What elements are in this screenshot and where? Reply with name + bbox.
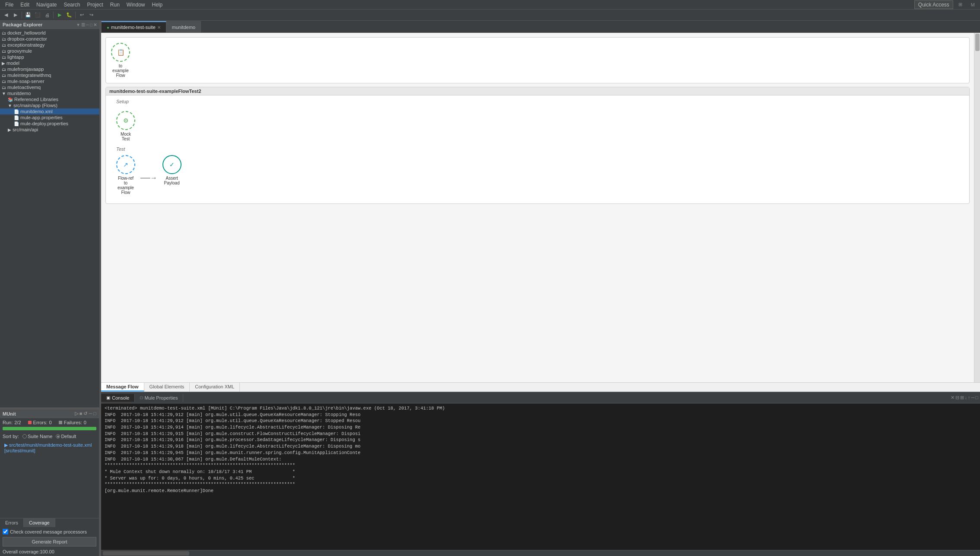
console-tab-bar: ▣ Console □ Mule Properties ✕ ⊟ ⊞ ↓ ↑ ─ … xyxy=(101,392,980,403)
munit-icon-1[interactable]: ▷ xyxy=(75,411,78,416)
minimize-icon[interactable]: ─ xyxy=(86,22,89,27)
maximize-icon[interactable]: □ xyxy=(90,22,92,27)
main-layout: Package Explorer ▼ ☰ ─ □ ✕ 🗂docker_hello… xyxy=(0,21,980,556)
tab-errors[interactable]: Errors xyxy=(0,518,24,527)
tab-close-1[interactable]: ✕ xyxy=(157,25,161,30)
radio-suite-name[interactable]: Suite Name xyxy=(22,434,52,439)
console-icon-2[interactable]: ⊟ xyxy=(955,395,959,400)
sort-row: Sort by: Suite Name Default xyxy=(3,434,96,439)
menu-edit[interactable]: Edit xyxy=(17,1,33,9)
munit-icon-minimize[interactable]: ─ xyxy=(89,411,92,416)
console-icon-7[interactable]: □ xyxy=(975,395,978,400)
diagram-tab-message-flow[interactable]: Message Flow xyxy=(101,383,144,391)
tree-item[interactable]: ▶model xyxy=(0,60,99,66)
collapse-icon[interactable]: ▼ xyxy=(76,22,80,27)
console-tab-mule-properties[interactable]: □ Mule Properties xyxy=(135,394,183,402)
diagram-tab-configuration-xml[interactable]: Configuration XML xyxy=(190,383,240,391)
tree-item[interactable]: ▼munitdemo xyxy=(0,90,99,96)
errors-coverage-content: Check covered message processors Generat… xyxy=(0,527,99,556)
toolbar: ◀ ▶ 💾 ⬛ 🖨 ▶ 🐛 ↩ ↪ xyxy=(0,10,980,21)
toolbar-save[interactable]: 💾 xyxy=(24,11,32,19)
node-flow-ref: ↗ Flow-reftoexampleFlow xyxy=(116,155,135,195)
tab-coverage[interactable]: Coverage xyxy=(24,518,55,527)
console-icon-3[interactable]: ⊞ xyxy=(960,395,964,400)
console-icon-5[interactable]: ↑ xyxy=(968,395,970,400)
tree-item[interactable]: 📄mule-app.properties xyxy=(0,114,99,121)
menu-icon[interactable]: ☰ xyxy=(81,22,85,27)
tree-item[interactable]: 🗂muleintegratewithmq xyxy=(0,72,99,78)
package-explorer-panel: Package Explorer ▼ ☰ ─ □ ✕ 🗂docker_hello… xyxy=(0,21,99,407)
diagram-scroll: 📋 toexampleFlow munitdemo-test-suite xyxy=(101,33,980,382)
tree-item[interactable]: 🗂muletoactivemq xyxy=(0,84,99,90)
generate-report-button[interactable]: Generate Report xyxy=(3,537,96,546)
tree-item[interactable]: 🗂mule-soap-server xyxy=(0,78,99,84)
toolbar-run[interactable]: ▶ xyxy=(55,11,64,19)
menu-run[interactable]: Run xyxy=(107,1,123,9)
menu-navigate[interactable]: Navigate xyxy=(33,1,60,9)
tree-item[interactable]: 📚Referenced Libraries xyxy=(0,96,99,102)
diagram-tab-global-elements[interactable]: Global Elements xyxy=(144,383,190,391)
toolbar-save-all[interactable]: ⬛ xyxy=(33,11,42,19)
munit-icon-3[interactable]: ↺ xyxy=(83,411,87,416)
vscroll-thumb[interactable] xyxy=(975,34,980,51)
tree-item[interactable]: 🗂groovymule xyxy=(0,48,99,54)
node-label-to: toexampleFlow xyxy=(112,64,129,78)
errors-value: 0 xyxy=(49,420,52,425)
quick-access-input[interactable]: Quick Access xyxy=(914,0,953,9)
tree-item[interactable]: ▶src/main/api xyxy=(0,127,99,133)
console-icon-4[interactable]: ↓ xyxy=(965,395,967,400)
toolbar-print[interactable]: 🖨 xyxy=(43,11,51,19)
menu-window[interactable]: Window xyxy=(123,1,149,9)
node-label-mock: MockTest xyxy=(121,132,131,141)
toolbar-debug[interactable]: 🐛 xyxy=(65,11,73,19)
tree-item[interactable]: 📄munitdemo.xml xyxy=(0,108,99,114)
tree-item[interactable]: 🗂exceptionstrategy xyxy=(0,42,99,48)
tab-label-2: munitdemo xyxy=(172,25,195,30)
menu-help[interactable]: Help xyxy=(149,1,166,9)
tab-munitdemo[interactable]: munitdemo xyxy=(166,21,201,32)
tree-item[interactable]: 🗂dropbox-connector xyxy=(0,36,99,42)
munit-title: MUnit xyxy=(3,411,16,416)
node-to-example-flow-top: 📋 toexampleFlow xyxy=(111,43,130,78)
munit-test-item[interactable]: ▶ src/test/munit/munitdemo-test-suite.xm… xyxy=(3,442,96,454)
radio-circle-default xyxy=(56,434,60,438)
tree-item[interactable]: 🗂docker_helloworld xyxy=(0,30,99,36)
munit-icon-2[interactable]: ■ xyxy=(80,411,83,416)
console-tab-console[interactable]: ▣ Console xyxy=(101,394,135,402)
fail-dot xyxy=(59,421,62,424)
toolbar-forward[interactable]: ▶ xyxy=(11,11,20,19)
menu-search[interactable]: Search xyxy=(60,1,83,9)
console-icon-6[interactable]: ─ xyxy=(971,395,975,400)
check-covered-checkbox[interactable] xyxy=(3,529,8,534)
setup-nodes: ⚙ MockTest xyxy=(111,106,964,146)
close-icon[interactable]: ✕ xyxy=(93,22,97,27)
console-icon-1[interactable]: ✕ xyxy=(951,395,955,400)
radio-default[interactable]: Default xyxy=(56,434,76,439)
toolbar-redo[interactable]: ↪ xyxy=(87,11,95,19)
center-column: ● munitdemo-test-suite ✕ munitdemo xyxy=(101,21,980,556)
tree-item[interactable]: 🗂mulefromjavaapp xyxy=(0,66,99,72)
tree-item[interactable]: 🗂lightapp xyxy=(0,54,99,60)
node-circle-top: 📋 xyxy=(111,43,130,62)
tree-item[interactable]: 📄mule-deploy.properties xyxy=(0,121,99,127)
toolbar-icon-1: ⊞ xyxy=(955,1,966,8)
munit-icon-maximize[interactable]: □ xyxy=(93,411,96,416)
tree-item[interactable]: ▼src/main/app (Flows) xyxy=(0,102,99,108)
radio-default-label: Default xyxy=(61,434,76,439)
console-icon: ▣ xyxy=(106,395,110,400)
diagram-vscrollbar[interactable] xyxy=(974,33,980,382)
toolbar-back[interactable]: ◀ xyxy=(2,11,10,19)
menu-project[interactable]: Project xyxy=(83,1,106,9)
flow-card-2: munitdemo-test-suite-exampleFlowTest2 Se… xyxy=(105,87,970,204)
toolbar-undo[interactable]: ↩ xyxy=(77,11,86,19)
error-dot xyxy=(28,421,32,424)
radio-suite-label: Suite Name xyxy=(28,434,52,439)
console-hscrollbar-thumb[interactable] xyxy=(103,551,189,556)
menu-file[interactable]: File xyxy=(2,1,17,9)
console-hscrollbar[interactable] xyxy=(101,550,980,556)
failures-text: Failures: xyxy=(64,420,82,425)
overall-coverage: Overall coverage:100.00 xyxy=(3,549,96,554)
tab-munitdemo-test-suite[interactable]: ● munitdemo-test-suite ✕ xyxy=(101,21,166,32)
munit-title-bar: MUnit ▷ ■ ↺ ─ □ xyxy=(0,410,99,418)
console-tab-label: Console xyxy=(112,395,129,400)
